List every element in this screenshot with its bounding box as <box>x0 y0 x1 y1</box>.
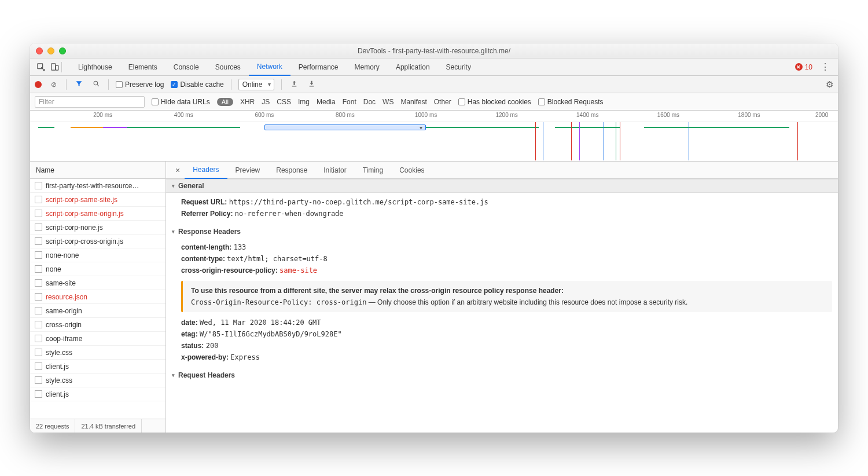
more-menu-icon[interactable]: ⋮ <box>817 61 833 72</box>
tab-performance[interactable]: Performance <box>290 58 347 76</box>
request-list-panel: Name first-party-test-with-resource…scri… <box>30 162 166 433</box>
request-row[interactable]: none-none <box>30 248 165 262</box>
tab-console[interactable]: Console <box>165 58 207 76</box>
file-icon <box>35 237 42 245</box>
detail-tab-response[interactable]: Response <box>268 162 315 179</box>
separator <box>61 62 62 72</box>
request-name: script-corp-same-origin.js <box>46 210 124 218</box>
throttling-select[interactable]: Online <box>238 79 275 90</box>
tab-security[interactable]: Security <box>438 58 479 76</box>
request-rows: first-party-test-with-resource…script-co… <box>30 179 165 419</box>
hide-data-urls-checkbox[interactable]: Hide data URLs <box>152 98 210 106</box>
status-requests: 22 requests <box>30 419 75 433</box>
search-icon[interactable] <box>91 80 101 89</box>
response-header-row: content-length: 133 <box>181 241 832 253</box>
filter-icon[interactable] <box>73 80 84 89</box>
file-icon <box>35 265 42 273</box>
request-row[interactable]: client.js <box>30 360 165 374</box>
request-name: first-party-test-with-resource… <box>46 182 139 190</box>
error-count[interactable]: ✕ 10 <box>795 63 812 71</box>
checkbox-checked-icon: ✓ <box>171 81 178 88</box>
timeline-waterfall <box>30 122 838 160</box>
timeline-selection[interactable] <box>264 125 426 130</box>
request-row[interactable]: style.css <box>30 374 165 387</box>
file-icon <box>35 210 42 217</box>
section-response-headers[interactable]: Response Headers <box>166 225 838 238</box>
network-toolbar: ⊘ Preserve log ✓ Disable cache Online ⚙ <box>30 76 838 93</box>
request-row[interactable]: client.js <box>30 387 165 401</box>
request-list-header[interactable]: Name <box>30 162 165 179</box>
filter-manifest[interactable]: Manifest <box>400 98 426 106</box>
blocked-requests-checkbox[interactable]: Blocked Requests <box>538 98 604 106</box>
detail-tab-preview[interactable]: Preview <box>227 162 269 179</box>
detail-tab-headers[interactable]: Headers <box>185 162 227 179</box>
request-row[interactable]: script-corp-same-origin.js <box>30 207 165 221</box>
filter-xhr[interactable]: XHR <box>240 98 255 106</box>
request-row[interactable]: script-corp-none.js <box>30 221 165 235</box>
request-url-row: Request URL: https://third-party-no-coep… <box>181 196 832 208</box>
filter-css[interactable]: CSS <box>277 98 291 106</box>
detail-tabs: × Headers Preview Response Initiator Tim… <box>166 162 838 179</box>
request-row[interactable]: same-site <box>30 276 165 290</box>
tab-elements[interactable]: Elements <box>120 58 165 76</box>
request-name: client.js <box>46 363 69 371</box>
file-icon <box>35 335 42 342</box>
clear-icon[interactable]: ⊘ <box>49 80 59 89</box>
referrer-policy-row: Referrer Policy: no-referrer-when-downgr… <box>181 208 832 219</box>
timeline-overview[interactable]: 200 ms 400 ms 600 ms 800 ms 1000 ms 1200… <box>30 111 838 162</box>
request-row[interactable]: first-party-test-with-resource… <box>30 179 165 193</box>
filter-js[interactable]: JS <box>262 98 270 106</box>
request-row[interactable]: none <box>30 262 165 276</box>
request-row[interactable]: cross-origin <box>30 318 165 332</box>
filter-media[interactable]: Media <box>317 98 336 106</box>
tab-lighthouse[interactable]: Lighthouse <box>70 58 120 76</box>
tab-sources[interactable]: Sources <box>207 58 249 76</box>
file-icon <box>35 251 42 259</box>
request-name: script-corp-same-site.js <box>46 196 117 204</box>
section-request-headers[interactable]: Request Headers <box>166 369 838 382</box>
request-row[interactable]: coop-iframe <box>30 332 165 346</box>
tab-memory[interactable]: Memory <box>347 58 388 76</box>
request-row[interactable]: resource.json <box>30 290 165 304</box>
filter-img[interactable]: Img <box>298 98 310 106</box>
filter-input[interactable]: Filter <box>35 96 145 108</box>
tab-network[interactable]: Network <box>249 58 290 76</box>
request-row[interactable]: script-corp-cross-origin.js <box>30 235 165 248</box>
timeline-ruler: 200 ms 400 ms 600 ms 800 ms 1000 ms 1200… <box>30 111 838 122</box>
section-general[interactable]: General <box>166 179 838 193</box>
settings-icon[interactable]: ⚙ <box>826 79 833 90</box>
request-name: style.css <box>46 376 72 385</box>
request-row[interactable]: script-corp-same-site.js <box>30 193 165 207</box>
inspect-icon[interactable] <box>34 60 47 74</box>
filter-other[interactable]: Other <box>434 98 451 106</box>
record-button[interactable] <box>35 81 42 88</box>
request-name: none <box>46 265 61 273</box>
download-har-icon[interactable] <box>306 80 317 89</box>
close-detail-icon[interactable]: × <box>171 166 185 175</box>
file-icon <box>35 321 42 328</box>
filter-all-pill[interactable]: All <box>217 98 233 106</box>
blocked-cookies-checkbox[interactable]: Has blocked cookies <box>458 98 531 106</box>
status-transferred: 21.4 kB transferred <box>75 419 142 433</box>
request-name: client.js <box>46 390 69 398</box>
request-row[interactable]: same-origin <box>30 304 165 318</box>
upload-har-icon[interactable] <box>289 80 299 89</box>
detail-tab-timing[interactable]: Timing <box>355 162 392 179</box>
file-icon <box>35 279 42 287</box>
svg-point-3 <box>94 81 98 85</box>
device-toggle-icon[interactable] <box>47 60 61 74</box>
request-name: none-none <box>46 251 79 259</box>
filter-font[interactable]: Font <box>343 98 356 106</box>
response-header-row: status: 200 <box>181 340 832 351</box>
file-icon <box>35 182 42 189</box>
detail-tab-cookies[interactable]: Cookies <box>391 162 432 179</box>
disable-cache-checkbox[interactable]: ✓ Disable cache <box>171 80 223 89</box>
filter-ws[interactable]: WS <box>382 98 393 106</box>
network-statusbar: 22 requests 21.4 kB transferred <box>30 419 165 433</box>
request-row[interactable]: style.css <box>30 346 165 360</box>
detail-tab-initiator[interactable]: Initiator <box>315 162 354 179</box>
preserve-log-checkbox[interactable]: Preserve log <box>116 80 164 89</box>
filter-doc[interactable]: Doc <box>363 98 376 106</box>
tab-application[interactable]: Application <box>388 58 438 76</box>
request-name: resource.json <box>46 293 87 301</box>
